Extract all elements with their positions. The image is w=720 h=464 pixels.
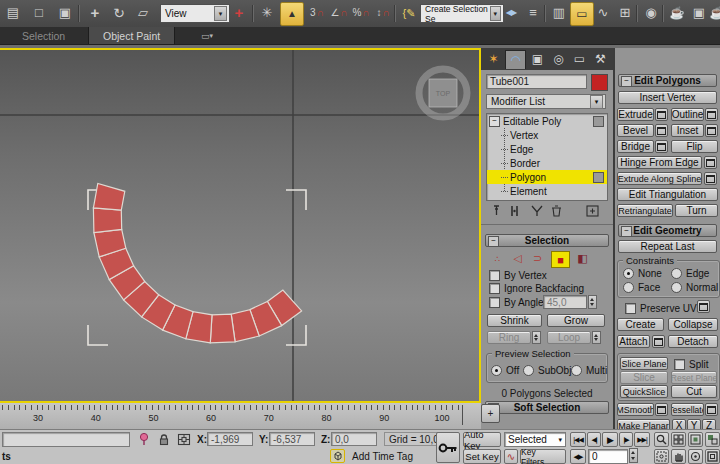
current-frame-field[interactable]: 0 [588,449,628,464]
constraint-face-option[interactable]: Face [623,282,660,293]
reference-coordinate-system-dropdown[interactable]: View ▾ [160,4,230,23]
outline-button[interactable]: Outline [671,108,704,121]
zoom-extents-icon[interactable] [688,432,703,447]
detach-button[interactable]: Detach [668,335,718,348]
modifier-onoff-icon[interactable] [593,116,604,127]
modifier-list-dropdown[interactable]: Modifier List ▾ [486,94,606,109]
percent-snap-icon[interactable]: %∩ [350,2,372,24]
hinge-from-edge-button[interactable]: Hinge From Edge [617,156,702,169]
angle-snap-icon[interactable]: ∠∩ [328,2,350,24]
keyboard-shortcut-override-icon[interactable]: ▲ [280,2,304,26]
cut-button[interactable]: Cut [671,385,717,398]
zoom-extents-all-icon[interactable] [705,432,720,447]
element-subobject-icon[interactable]: ◧ [574,251,591,266]
shrink-button[interactable]: Shrink [487,314,542,327]
select-and-manipulate-icon[interactable]: + [228,2,250,24]
preview-multi-option[interactable]: Multi [571,365,607,376]
vertex-subobject-icon[interactable]: ∴ [489,251,506,266]
by-angle-spinner[interactable] [588,295,597,309]
hierarchy-tab-icon[interactable]: ▣ [528,50,547,68]
create-button[interactable]: Create [617,318,664,331]
quickslice-button[interactable]: QuickSlice [620,385,668,398]
preview-subobj-option[interactable]: SubObj [523,365,571,376]
edit-polygons-rollout-header[interactable]: − Edit Polygons [618,74,717,87]
snap-3d-icon[interactable]: 3∩ [306,2,328,24]
zoom-region-icon[interactable] [654,449,669,464]
constraint-normal-radio[interactable] [671,282,682,293]
constraint-normal-option[interactable]: Normal [671,282,718,293]
polygon-subobject-icon[interactable]: ■ [551,251,570,268]
create-tab-icon[interactable]: ✶ [484,50,503,68]
select-and-move-icon[interactable]: + [84,2,106,24]
constraint-none-option[interactable]: None [623,268,662,279]
stack-item-editable-poly[interactable]: − Editable Poly [487,114,607,128]
spinner-snap-icon[interactable]: ↕∩ [372,2,394,24]
msmooth-button[interactable]: MSmooth [617,403,654,416]
lock-icon[interactable] [156,432,171,446]
extrude-button[interactable]: Extrude [617,108,654,121]
preserve-uvs-checkbox[interactable] [625,303,636,314]
by-angle-checkbox[interactable] [489,297,500,308]
bevel-settings-button[interactable] [655,124,668,137]
outline-settings-button[interactable] [705,108,718,121]
object-color-swatch[interactable] [591,74,608,91]
previous-frame-button[interactable]: ◀| [587,432,601,447]
key-filters-button[interactable]: Key Filters... [520,449,566,464]
selection-region-icon[interactable]: □ [28,2,50,24]
modify-tab-icon[interactable]: ◠ [505,50,526,69]
bridge-button[interactable]: Bridge [617,140,654,153]
dropdown-arrow-icon[interactable]: ▾ [590,95,603,109]
set-keys-button[interactable] [436,432,460,463]
loop-button[interactable]: Loop [547,331,591,344]
ring-spinner[interactable] [532,331,541,344]
y-coord-field[interactable]: -6,537 [269,432,315,446]
preview-off-option[interactable]: Off [491,365,519,376]
pan-hand-icon[interactable] [671,449,686,464]
preview-multi-radio[interactable] [571,365,582,376]
go-to-start-button[interactable]: |◀◀ [570,432,586,447]
preview-subobj-radio[interactable] [523,365,534,376]
ignore-backfacing-checkbox[interactable] [489,283,500,294]
collapse-minus-icon[interactable]: − [621,226,632,237]
by-vertex-checkbox[interactable] [489,270,500,281]
viewport-top[interactable]: TOP [0,48,481,403]
x-coord-field[interactable]: -1,969 [207,432,253,446]
material-editor-icon[interactable]: ◉ [640,2,662,24]
attach-settings-button[interactable] [652,335,665,348]
object-name-field[interactable]: Tube001 [486,74,587,89]
viewport-canvas[interactable]: TOP [0,50,479,401]
default-tangent-icon[interactable]: ∿ [504,449,518,464]
play-button[interactable]: ▶ [602,432,618,447]
dropdown-arrow-icon[interactable]: ▾ [214,6,227,21]
utilities-tab-icon[interactable]: ⚒ [591,50,610,68]
orbit-icon[interactable] [688,449,703,464]
msmooth-settings-button[interactable] [655,403,668,416]
constraint-edge-option[interactable]: Edge [671,268,709,279]
stack-item-edge[interactable]: Edge [487,142,607,156]
slice-button[interactable]: Slice [620,371,668,384]
window-crossing-icon[interactable]: ▣ [54,2,76,24]
flip-button[interactable]: Flip [671,140,718,153]
extrude-spline-settings-button[interactable] [704,172,717,185]
attach-button[interactable]: Attach [617,335,650,348]
make-unique-icon[interactable] [529,204,544,218]
ring-button[interactable]: Ring [487,331,531,344]
constraint-face-radio[interactable] [623,282,634,293]
retriangulate-button[interactable]: Retriangulate [617,204,673,217]
select-by-name-icon[interactable]: ▤ [2,2,24,24]
named-selection-set-dropdown[interactable]: Create Selection Se ▾ [420,4,504,23]
bevel-button[interactable]: Bevel [617,124,654,137]
go-to-end-button[interactable]: ▶▶| [634,432,650,447]
maxscript-mini-listener[interactable] [2,432,130,447]
insert-vertex-button[interactable]: Insert Vertex [618,91,717,104]
z-coord-field[interactable]: 0,0 [331,432,377,446]
schematic-view-icon[interactable]: ⊞ [614,2,636,24]
collapse-button[interactable]: Collapse [668,318,718,331]
zoom-all-icon[interactable] [671,432,686,447]
inset-button[interactable]: Inset [671,124,704,137]
dropdown-arrow-icon[interactable]: ▾ [558,436,562,444]
reset-plane-button[interactable]: Reset Plane [671,371,717,384]
render-setup-icon[interactable]: ☕ [666,2,688,24]
adaptive-degradation-icon[interactable] [330,449,345,463]
set-key-button[interactable]: Set Key [463,449,501,464]
